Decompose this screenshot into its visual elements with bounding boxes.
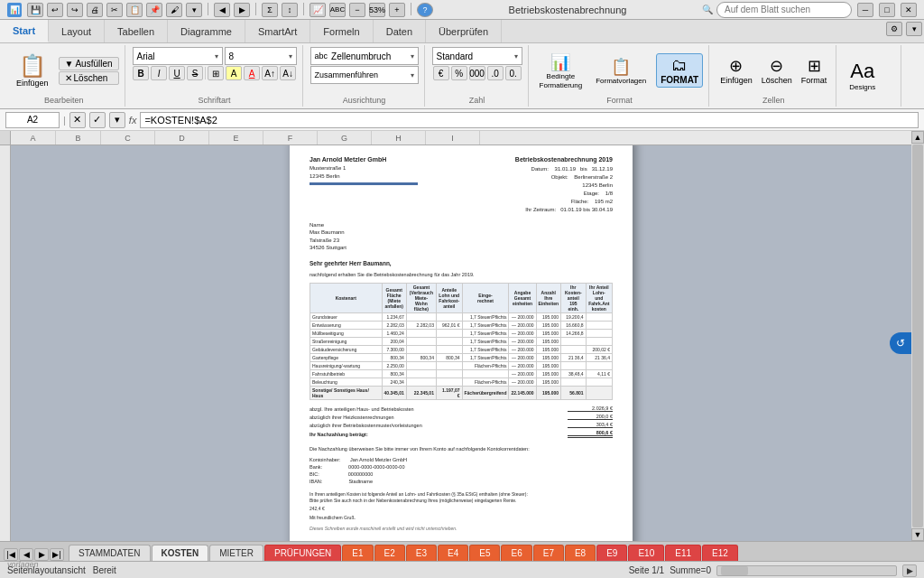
sheet-tab-e1[interactable]: E1 <box>342 545 373 561</box>
sheet-tab-e2[interactable]: E2 <box>374 545 405 561</box>
undo-icon[interactable]: ↩ <box>47 3 63 17</box>
merge-combo[interactable]: Zusammenführen ▾ <box>310 66 419 84</box>
search-box[interactable]: 🔍 <box>702 2 852 18</box>
wrap-text-combo[interactable]: abc Zellenumbruch ▾ <box>310 47 419 65</box>
search-input[interactable] <box>716 2 852 18</box>
increase-size-button[interactable]: A↑ <box>262 66 278 80</box>
sheet-tab-e9[interactable]: E9 <box>596 545 627 561</box>
sync-handle[interactable]: ↺ <box>890 332 911 354</box>
window-close[interactable]: ✕ <box>901 3 917 17</box>
format-paint-icon[interactable]: 🖌 <box>166 3 182 17</box>
decrease-size-button[interactable]: A↓ <box>280 66 296 80</box>
sheet-tab-kosten[interactable]: KOSTEN <box>152 545 209 561</box>
sheet-tab-e10[interactable]: E10 <box>628 545 664 561</box>
currency-button[interactable]: € <box>433 66 449 80</box>
left-arrow-icon[interactable]: ◀ <box>214 3 230 17</box>
print-icon[interactable]: 🖨 <box>87 3 103 17</box>
arrow-down-icon[interactable]: ▾ <box>186 3 202 17</box>
grid-content[interactable]: Jan Arnold Metzler GmbH Musterstraße 1 1… <box>11 145 911 541</box>
next-sheet-button[interactable]: ▶ <box>34 548 49 561</box>
sheet-tab-e7[interactable]: E7 <box>533 545 564 561</box>
ausfuellen-button[interactable]: ▼ Ausfüllen <box>59 57 119 70</box>
designs-button[interactable]: Aa Designs <box>844 58 881 93</box>
horizontal-scrollbar[interactable] <box>716 565 897 576</box>
col-header-G[interactable]: G <box>318 131 372 144</box>
ribbon-collapse-icon[interactable]: ▾ <box>906 22 922 36</box>
zellen-einfuegen-button[interactable]: ⊕ Einfügen <box>716 54 756 87</box>
redo-icon[interactable]: ↪ <box>67 3 83 17</box>
tab-daten[interactable]: Daten <box>374 20 426 42</box>
font-size-combo[interactable]: 8 ▾ <box>225 47 297 65</box>
tab-smartart[interactable]: SmartArt <box>245 20 310 42</box>
tab-formeln[interactable]: Formeln <box>310 20 373 42</box>
sheet-tab-e5[interactable]: E5 <box>469 545 500 561</box>
number-format-combo[interactable]: Standard ▾ <box>432 47 522 65</box>
accept-formula-button[interactable]: ✓ <box>89 112 106 128</box>
decrease-decimal-button[interactable]: 0. <box>505 66 522 80</box>
help-icon[interactable]: ? <box>417 3 433 17</box>
scroll-down-button[interactable]: ▼ <box>911 528 924 541</box>
sheet-tab-e3[interactable]: E3 <box>406 545 437 561</box>
bg-color-button[interactable]: A <box>226 66 242 80</box>
save-icon[interactable]: 💾 <box>27 3 43 17</box>
sheet-tab-stammdaten[interactable]: STAMMDATEN <box>69 545 151 561</box>
formatvorlagen-button[interactable]: 📋 Formatvorlagen <box>588 55 653 87</box>
vertical-scrollbar[interactable]: ▲ ▼ <box>911 131 924 541</box>
prev-sheet-button[interactable]: ◀ <box>19 548 33 561</box>
col-header-E[interactable]: E <box>209 131 263 144</box>
sheet-tab-e6[interactable]: E6 <box>501 545 531 561</box>
window-maximize[interactable]: □ <box>879 3 895 17</box>
expand-formula-button[interactable]: ▾ <box>109 112 125 128</box>
first-sheet-button[interactable]: |◀ <box>4 548 18 561</box>
sum-icon[interactable]: Σ <box>262 3 278 17</box>
underline-button[interactable]: U <box>169 66 185 80</box>
italic-button[interactable]: I <box>151 66 167 80</box>
tab-start[interactable]: Start <box>0 20 49 42</box>
sheet-tab-mieter[interactable]: MIETER <box>209 545 263 561</box>
cancel-formula-button[interactable]: ✕ <box>69 112 86 128</box>
col-header-B[interactable]: B <box>56 131 101 144</box>
tab-diagramme[interactable]: Diagramme <box>168 20 245 42</box>
right-arrow-icon[interactable]: ▶ <box>234 3 250 17</box>
sheet-tab-e8[interactable]: E8 <box>565 545 596 561</box>
format-button[interactable]: 🗂 FORMAT <box>656 53 703 88</box>
bedingte-formatierung-button[interactable]: 📊 BedingteFormatierung <box>536 50 587 91</box>
col-header-H[interactable]: H <box>372 131 426 144</box>
tab-ueberprufen[interactable]: Überprüfen <box>426 20 502 42</box>
font-family-combo[interactable]: Arial ▾ <box>133 47 223 65</box>
scroll-up-button[interactable]: ▲ <box>911 131 924 144</box>
zellen-loeschen-button[interactable]: ⊖ Löschen <box>758 54 796 87</box>
col-header-F[interactable]: F <box>263 131 318 144</box>
zoom-minus-icon[interactable]: − <box>349 3 365 17</box>
sheet-tab-pruefungen[interactable]: PRÜFUNGEN <box>264 545 341 561</box>
loeschen-button[interactable]: ✕ Löschen <box>59 71 119 85</box>
cell-reference-input[interactable] <box>5 112 60 128</box>
sort-icon[interactable]: ↕ <box>282 3 298 17</box>
col-header-I[interactable]: I <box>426 131 480 144</box>
strikethrough-button[interactable]: S <box>187 66 203 80</box>
thousand-button[interactable]: 000 <box>469 66 485 80</box>
bold-button[interactable]: B <box>133 66 149 80</box>
sheet-tab-e12[interactable]: E12 <box>702 545 738 561</box>
zoom-plus-icon[interactable]: + <box>389 3 405 17</box>
window-minimize[interactable]: ─ <box>857 3 873 17</box>
sheet-tab-e11[interactable]: E11 <box>665 545 701 561</box>
font-color-button[interactable]: A <box>244 66 260 80</box>
scroll-right-button[interactable]: ▶ <box>902 564 917 577</box>
zoom-percent-icon[interactable]: 53% <box>369 3 385 17</box>
tab-layout[interactable]: Layout <box>49 20 105 42</box>
col-header-D[interactable]: D <box>155 131 209 144</box>
percent-button[interactable]: % <box>451 66 467 80</box>
col-header-C[interactable]: C <box>101 131 155 144</box>
copy-icon[interactable]: 📋 <box>126 3 143 17</box>
sheet-tab-e4[interactable]: E4 <box>438 545 468 561</box>
scrollbar-thumb[interactable] <box>912 144 923 527</box>
col-header-A[interactable]: A <box>11 131 56 144</box>
paste-icon[interactable]: 📌 <box>146 3 162 17</box>
paste-button[interactable]: 📋 Einfügen <box>9 51 56 89</box>
h-scrollbar-thumb[interactable] <box>721 566 748 575</box>
abc-icon[interactable]: ABC <box>329 3 346 17</box>
increase-decimal-button[interactable]: .0 <box>487 66 504 80</box>
formula-input[interactable] <box>140 112 919 128</box>
zellen-format-button[interactable]: ⊞ Format <box>798 54 831 87</box>
